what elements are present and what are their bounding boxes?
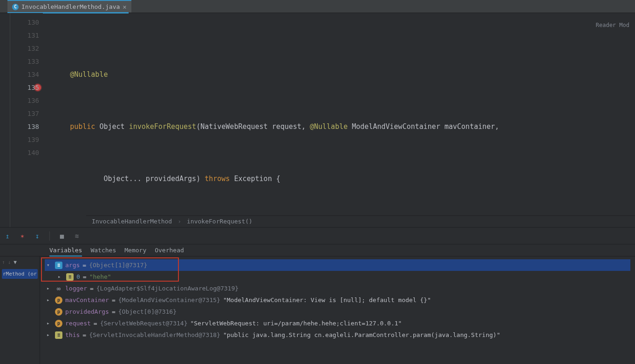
equals-sign: =: [82, 262, 86, 269]
param-icon: p: [55, 320, 62, 327]
chevron-right-icon: [176, 215, 183, 227]
frames-controls: ↑ ↓ ▼: [2, 259, 38, 265]
frames-pane[interactable]: ↑ ↓ ▼ rMethod (or: [0, 256, 40, 364]
chevron-right-icon[interactable]: ▸: [47, 332, 52, 338]
variable-ref: {ModelAndViewContainer@7315}: [118, 297, 220, 303]
frame-up-icon[interactable]: ↑: [2, 259, 5, 265]
variable-tostring: "ModelAndViewContainer: View is [null]; …: [223, 297, 431, 303]
variable-name: this: [65, 331, 80, 338]
variables-pane[interactable]: ▾ ≡ args = {Object[1]@7317} ▸ ≡ 0 = "heh…: [40, 256, 635, 364]
calculator-icon[interactable]: ▦: [57, 231, 67, 241]
tab-variables[interactable]: Variables: [49, 245, 82, 256]
variable-ref: {ServletInvocableHandlerMethod@7318}: [89, 331, 220, 338]
breadcrumb-class[interactable]: InvocableHandlerMethod: [92, 215, 172, 227]
drop-frame-icon[interactable]: ✶: [18, 231, 27, 241]
close-icon[interactable]: ×: [123, 3, 126, 11]
code-line: @Nullable: [43, 68, 635, 81]
stack-frame[interactable]: rMethod (or: [2, 269, 38, 279]
frame-down-icon[interactable]: ↓: [8, 259, 11, 265]
editor-tabbar: C InvocableHandlerMethod.java ×: [0, 0, 635, 13]
filter-icon[interactable]: ▼: [14, 259, 17, 265]
line-number: 132: [10, 42, 43, 55]
chevron-right-icon[interactable]: ▸: [47, 297, 52, 303]
element-icon: ≡: [66, 273, 74, 281]
equals-sign: =: [83, 273, 87, 280]
tab-watches[interactable]: Watches: [90, 245, 116, 256]
toolbar-separator: [49, 231, 50, 241]
line-number: 133: [10, 55, 43, 68]
horizontal-scrollbar[interactable]: [86, 210, 635, 215]
chevron-right-icon[interactable]: ▸: [47, 285, 52, 291]
tab-memory[interactable]: Memory: [124, 245, 146, 256]
line-number: 140: [10, 146, 43, 159]
line-number: 135: [10, 81, 43, 94]
variable-name: request: [65, 320, 91, 327]
line-number: 130: [10, 16, 43, 29]
breadcrumb-method[interactable]: invokeForRequest(): [187, 215, 253, 227]
array-icon: ≡: [55, 262, 62, 269]
class-icon: C: [12, 4, 19, 10]
line-number-gutter[interactable]: 130 131 132 133 134 135 136 137 138 139 …: [10, 13, 43, 227]
param-icon: p: [55, 297, 62, 304]
file-tab[interactable]: C InvocableHandlerMethod.java ×: [7, 0, 131, 13]
variable-name: logger: [65, 285, 87, 292]
line-number: 138: [10, 120, 43, 133]
breadcrumb[interactable]: InvocableHandlerMethod invokeForRequest(…: [86, 216, 635, 227]
variable-name: args: [65, 262, 80, 269]
chevron-right-icon[interactable]: ▸: [47, 320, 52, 326]
equals-sign: =: [94, 320, 97, 327]
code-area[interactable]: Reader Mod @Nullable public Object invok…: [43, 13, 635, 227]
equals-sign: =: [90, 285, 94, 292]
line-number: 137: [10, 107, 43, 120]
equals-sign: =: [112, 297, 116, 303]
variable-row[interactable]: p providedArgs = {Object[0]@7316}: [45, 306, 630, 317]
chevron-down-icon[interactable]: ▾: [47, 262, 52, 268]
step-out-icon[interactable]: ↥: [3, 231, 12, 241]
variable-value: {Object[0]@7316}: [118, 308, 177, 315]
reader-mode-label[interactable]: Reader Mod: [593, 18, 632, 33]
variable-tostring: "ServletWebRequest: uri=/param/hehe.hehe…: [190, 320, 402, 327]
debug-toolwindow: ↥ ✶ ↧ ▦ ≋ Variables Watches Memory Overh…: [0, 227, 635, 364]
run-to-cursor-icon[interactable]: ↧: [33, 231, 42, 241]
variable-value: {LogAdapter$Slf4jLocationAwareLog@7319}: [96, 285, 239, 292]
line-number: 131: [10, 29, 43, 42]
debug-tabs: Variables Watches Memory Overhead: [0, 244, 635, 256]
variable-row[interactable]: ▸ p mavContainer = {ModelAndViewContaine…: [45, 294, 630, 306]
variable-ref: {ServletWebRequest@7314}: [100, 320, 188, 327]
line-number: 134: [10, 68, 43, 81]
variable-row[interactable]: ▸ ∞ logger = {LogAdapter$Slf4jLocationAw…: [45, 283, 630, 294]
variable-name: 0: [76, 273, 80, 280]
evaluate-icon[interactable]: ≋: [72, 231, 82, 241]
variable-row[interactable]: ▸ p request = {ServletWebRequest@7314} "…: [45, 317, 630, 329]
tab-overhead[interactable]: Overhead: [155, 245, 184, 256]
variable-value: "hehe": [89, 273, 111, 280]
chevron-right-icon[interactable]: ▸: [58, 274, 63, 280]
code-line: Object... providedArgs) throws Exception…: [43, 172, 635, 185]
this-icon: ≡: [55, 331, 62, 339]
variable-row[interactable]: ▾ ≡ args = {Object[1]@7317}: [45, 259, 630, 271]
debug-toolbar: ↥ ✶ ↧ ▦ ≋: [0, 228, 635, 244]
line-number: 136: [10, 94, 43, 107]
file-tab-label: InvocableHandlerMethod.java: [21, 3, 120, 10]
equals-sign: =: [82, 331, 86, 338]
variable-row[interactable]: ▸ ≡ 0 = "hehe": [45, 271, 630, 283]
variable-tostring: "public java.lang.String cn.eagleli.Para…: [223, 331, 500, 338]
tool-window-stripe[interactable]: [0, 13, 10, 227]
debug-body: ↑ ↓ ▼ rMethod (or ▾ ≡ args = {Object[1]@…: [0, 256, 635, 364]
param-icon: p: [55, 308, 62, 316]
code-line: public Object invokeForRequest(NativeWeb…: [43, 120, 635, 133]
watch-icon: ∞: [55, 285, 62, 292]
variable-value: {Object[1]@7317}: [89, 262, 147, 269]
variable-name: mavContainer: [65, 297, 109, 303]
equals-sign: =: [112, 308, 116, 315]
variable-row[interactable]: ▸ ≡ this = {ServletInvocableHandlerMetho…: [45, 329, 630, 341]
code-editor: 130 131 132 133 134 135 136 137 138 139 …: [0, 13, 635, 227]
line-number: 139: [10, 133, 43, 146]
variable-name: providedArgs: [65, 308, 109, 315]
